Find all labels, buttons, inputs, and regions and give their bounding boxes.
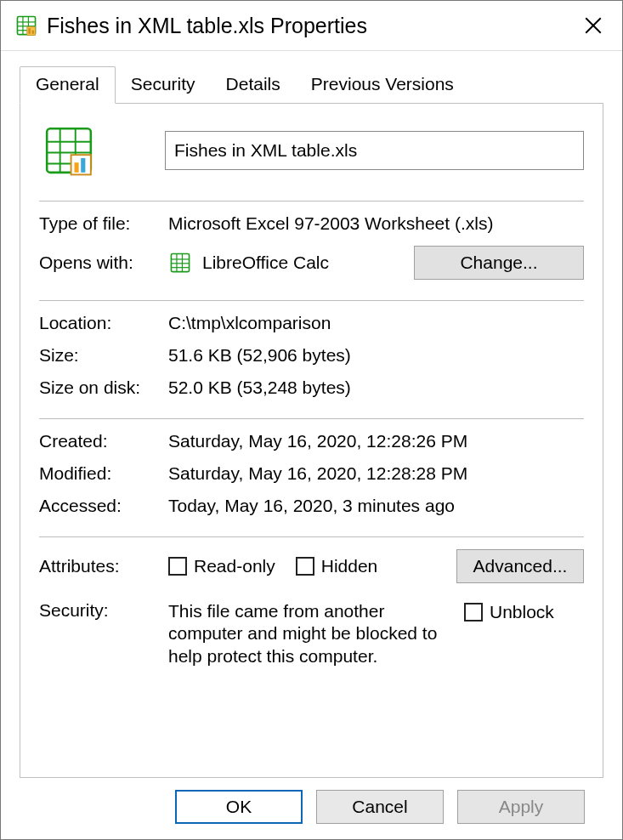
svg-rect-7 xyxy=(28,28,30,34)
apply-button[interactable]: Apply xyxy=(457,790,585,824)
titlebar: Fishes in XML table.xls Properties xyxy=(1,1,622,51)
svg-rect-17 xyxy=(71,155,91,174)
accessed-value: Today, May 16, 2020, 3 minutes ago xyxy=(168,496,584,516)
filetype-value: Microsoft Excel 97-2003 Worksheet (.xls) xyxy=(168,213,584,234)
filename-input[interactable]: Fishes in XML table.xls xyxy=(165,131,584,170)
tab-general[interactable]: General xyxy=(20,66,116,104)
opens-with-row: Opens with: LibreOffice Calc xyxy=(39,246,584,280)
file-icon-large xyxy=(39,121,99,180)
modified-row: Modified: Saturday, May 16, 2020, 12:28:… xyxy=(39,463,584,484)
separator xyxy=(39,300,584,301)
window-title: Fishes in XML table.xls Properties xyxy=(47,14,575,38)
ok-button[interactable]: OK xyxy=(175,790,303,824)
opens-with-value: LibreOffice Calc xyxy=(202,253,329,273)
svg-rect-18 xyxy=(74,162,78,173)
tab-security[interactable]: Security xyxy=(116,67,211,103)
checkbox-box-icon xyxy=(296,557,314,576)
security-text: This file came from another computer and… xyxy=(168,600,440,667)
attributes-row: Attributes: Read-only Hidden Advanced... xyxy=(39,549,584,583)
readonly-label: Read-only xyxy=(194,556,275,576)
created-row: Created: Saturday, May 16, 2020, 12:28:2… xyxy=(39,431,584,451)
checkbox-box-icon xyxy=(464,603,483,621)
svg-rect-20 xyxy=(171,253,189,271)
tab-previous-versions[interactable]: Previous Versions xyxy=(296,67,469,103)
hidden-checkbox[interactable]: Hidden xyxy=(296,556,378,576)
filename-row: Fishes in XML table.xls xyxy=(39,121,584,180)
security-label: Security: xyxy=(39,600,168,621)
attributes-label: Attributes: xyxy=(39,556,168,576)
close-button[interactable] xyxy=(575,7,612,44)
checkbox-box-icon xyxy=(168,557,187,576)
tab-panel-general: Fishes in XML table.xls Type of file: Mi… xyxy=(20,104,603,778)
dialog-buttons: OK Cancel Apply xyxy=(20,778,603,839)
accessed-row: Accessed: Today, May 16, 2020, 3 minutes… xyxy=(39,496,584,516)
properties-dialog: Fishes in XML table.xls Properties Gener… xyxy=(0,0,623,840)
client-area: General Security Details Previous Versio… xyxy=(1,51,622,839)
separator xyxy=(39,201,584,201)
svg-rect-8 xyxy=(32,31,34,34)
filetype-row: Type of file: Microsoft Excel 97-2003 Wo… xyxy=(39,213,584,234)
unblock-checkbox[interactable]: Unblock xyxy=(464,602,554,622)
tabstrip: General Security Details Previous Versio… xyxy=(20,66,603,104)
filetype-label: Type of file: xyxy=(39,213,168,234)
size-on-disk-label: Size on disk: xyxy=(39,377,168,398)
hidden-label: Hidden xyxy=(321,556,378,576)
size-value: 51.6 KB (52,906 bytes) xyxy=(168,345,584,366)
readonly-checkbox[interactable]: Read-only xyxy=(168,556,275,576)
location-value: C:\tmp\xlcomparison xyxy=(168,313,584,333)
size-on-disk-row: Size on disk: 52.0 KB (53,248 bytes) xyxy=(39,377,584,398)
opens-with-app-icon xyxy=(168,251,192,275)
size-row: Size: 51.6 KB (52,906 bytes) xyxy=(39,345,584,366)
size-label: Size: xyxy=(39,345,168,366)
separator xyxy=(39,536,584,537)
close-icon xyxy=(585,17,602,34)
size-on-disk-value: 52.0 KB (53,248 bytes) xyxy=(168,377,584,398)
created-value: Saturday, May 16, 2020, 12:28:26 PM xyxy=(168,431,584,451)
unblock-label: Unblock xyxy=(490,602,554,622)
accessed-label: Accessed: xyxy=(39,496,168,516)
cancel-button[interactable]: Cancel xyxy=(316,790,444,824)
separator xyxy=(39,418,584,419)
svg-rect-19 xyxy=(81,158,85,173)
created-label: Created: xyxy=(39,431,168,451)
opens-with-label: Opens with: xyxy=(39,253,168,273)
file-type-icon xyxy=(14,14,38,37)
tab-details[interactable]: Details xyxy=(211,67,296,103)
svg-rect-6 xyxy=(27,27,36,36)
location-label: Location: xyxy=(39,313,168,333)
location-row: Location: C:\tmp\xlcomparison xyxy=(39,313,584,333)
change-button[interactable]: Change... xyxy=(414,246,584,280)
filename-text: Fishes in XML table.xls xyxy=(174,140,357,161)
security-row: Security: This file came from another co… xyxy=(39,600,584,667)
modified-value: Saturday, May 16, 2020, 12:28:28 PM xyxy=(168,463,584,484)
modified-label: Modified: xyxy=(39,463,168,484)
advanced-button[interactable]: Advanced... xyxy=(456,549,584,583)
